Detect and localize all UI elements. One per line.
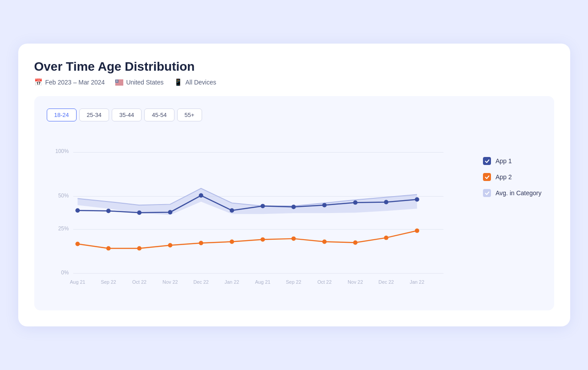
svg-point-22 [116, 81, 117, 82]
svg-point-26 [116, 82, 116, 82]
svg-text:25%: 25% [58, 225, 69, 232]
svg-point-21 [118, 81, 118, 81]
chart-svg: 100% 50% 25% 0% [47, 130, 470, 298]
svg-text:Oct 22: Oct 22 [317, 279, 331, 285]
svg-point-30 [118, 82, 118, 82]
app2-dot [168, 243, 172, 248]
svg-point-8 [116, 80, 116, 80]
svg-rect-5 [115, 84, 123, 84]
svg-point-25 [118, 81, 118, 82]
app2-dot [137, 246, 142, 251]
svg-text:Dec 22: Dec 22 [193, 279, 208, 285]
svg-text:50%: 50% [58, 193, 69, 199]
devices-item: 📱 All Devices [174, 78, 216, 86]
page-title: Over Time Age Distribution [34, 60, 554, 74]
inner-card: 18-24 25-34 35-44 45-54 55+ 100% 50% 25%… [34, 96, 554, 310]
app2-dot [75, 242, 80, 246]
app1-dot [199, 193, 203, 198]
app1-dot [75, 209, 80, 213]
svg-text:Jan 22: Jan 22 [410, 279, 424, 285]
app1-dot [260, 204, 265, 209]
age-tab-55plus[interactable]: 55+ [177, 109, 202, 121]
svg-text:Jan 22: Jan 22 [224, 279, 239, 285]
meta-row: 📅 Feb 2023 – Mar 2024 [34, 78, 554, 86]
legend-item-app2: App 2 [483, 173, 541, 181]
svg-point-13 [116, 80, 117, 81]
checkmark-app2-icon [485, 175, 490, 180]
svg-text:Nov 22: Nov 22 [348, 279, 363, 285]
app1-dot [106, 209, 110, 213]
svg-text:Oct 22: Oct 22 [132, 279, 146, 285]
app2-dot [322, 240, 326, 244]
svg-text:0%: 0% [61, 269, 69, 276]
svg-text:Aug 21: Aug 21 [255, 279, 270, 285]
app1-dot [353, 201, 357, 205]
svg-point-23 [117, 81, 117, 82]
svg-point-17 [116, 81, 116, 81]
svg-point-10 [117, 80, 117, 80]
legend-checkbox-app1 [483, 157, 491, 165]
chart-wrapper: 100% 50% 25% 0% [47, 130, 470, 299]
svg-point-14 [117, 80, 117, 81]
age-tabs: 18-24 25-34 35-44 45-54 55+ [47, 109, 542, 121]
svg-text:Aug 21: Aug 21 [70, 279, 85, 285]
app1-dot [137, 211, 142, 215]
us-flag-icon [115, 80, 123, 85]
svg-point-11 [118, 80, 118, 80]
app2-dot [291, 237, 296, 241]
app1-dot [384, 200, 388, 205]
legend-item-app1: App 1 [483, 157, 541, 165]
date-range-label: Feb 2023 – Mar 2024 [45, 79, 105, 86]
calendar-icon: 📅 [34, 78, 43, 86]
svg-rect-4 [115, 83, 123, 83]
device-icon: 📱 [174, 78, 182, 86]
app1-dot [414, 197, 419, 202]
age-tab-25-34[interactable]: 25-34 [79, 109, 109, 121]
app2-dot [199, 241, 203, 245]
legend-label-avg: Avg. in Category [495, 189, 541, 197]
checkmark-app1-icon [485, 159, 490, 164]
age-tab-35-44[interactable]: 35-44 [112, 109, 142, 121]
legend-checkbox-avg [483, 189, 491, 197]
app2-line [77, 231, 417, 249]
svg-text:Sep 22: Sep 22 [101, 279, 116, 285]
svg-point-19 [117, 81, 117, 81]
app2-dot [414, 229, 419, 233]
svg-point-27 [116, 82, 117, 82]
country-item: United States [115, 79, 163, 86]
app2-dot [260, 237, 265, 242]
chart-area: 100% 50% 25% 0% [47, 130, 542, 299]
legend: App 1 App 2 Avg. i [470, 130, 541, 299]
app2-dot [353, 241, 357, 245]
checkmark-avg-icon [485, 191, 490, 196]
app1-dot [230, 209, 234, 213]
svg-point-9 [116, 80, 117, 80]
app1-dot [168, 210, 172, 215]
legend-item-avg: Avg. in Category [483, 189, 541, 197]
app1-dot [322, 203, 326, 208]
svg-point-15 [117, 80, 118, 81]
svg-point-24 [117, 81, 118, 82]
age-tab-18-24[interactable]: 18-24 [47, 109, 77, 121]
svg-point-18 [116, 81, 117, 81]
app1-dot [291, 205, 296, 209]
legend-label-app2: App 2 [495, 173, 512, 181]
svg-text:100%: 100% [55, 149, 69, 155]
svg-text:Nov 22: Nov 22 [162, 279, 178, 285]
app2-dot [384, 236, 388, 240]
outer-card: Over Time Age Distribution 📅 Feb 2023 – … [18, 44, 570, 326]
svg-text:Sep 22: Sep 22 [286, 279, 301, 285]
country-label: United States [126, 79, 163, 86]
date-range-item: 📅 Feb 2023 – Mar 2024 [34, 78, 105, 86]
svg-point-20 [118, 81, 118, 81]
app2-dot [230, 240, 234, 244]
avg-area-fill [77, 189, 417, 215]
devices-label: All Devices [185, 79, 216, 86]
age-tab-45-54[interactable]: 45-54 [144, 109, 174, 121]
svg-point-28 [117, 82, 117, 82]
svg-text:Dec 22: Dec 22 [378, 279, 393, 285]
legend-checkbox-app2 [483, 173, 491, 181]
svg-rect-6 [115, 84, 123, 85]
app2-dot [106, 246, 110, 251]
svg-point-12 [118, 80, 118, 80]
